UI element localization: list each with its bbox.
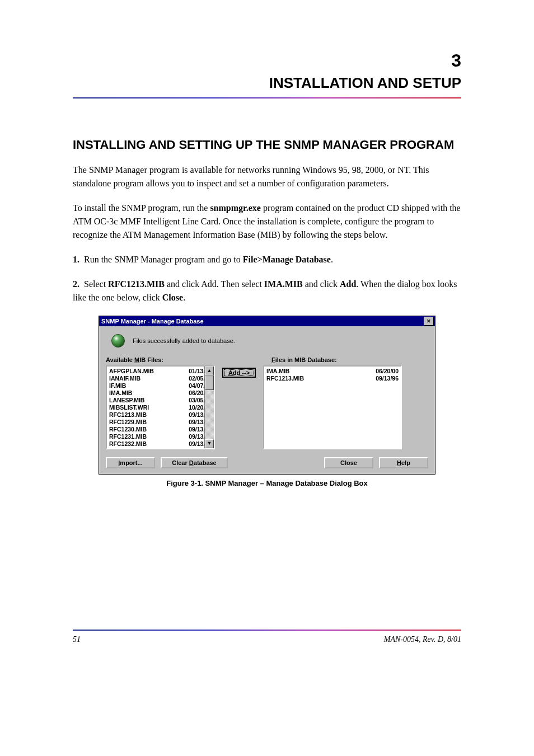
list-item[interactable]: RFC1213.MIB09/13/96 [265, 375, 400, 382]
text: . [183, 293, 185, 302]
menu-path: File>Manage Database [243, 255, 331, 264]
status-message: Files successfully added to database. [133, 337, 235, 344]
figure-caption: Figure 3-1. SNMP Manager – Manage Databa… [73, 479, 461, 487]
available-mib-label: Available MIB Files: [106, 356, 223, 363]
list-item-date: 06/20/00 [376, 368, 399, 375]
list-item-name: RFC1231.MIB [109, 433, 147, 440]
help-button[interactable]: Help [379, 457, 428, 468]
scroll-down-icon[interactable]: ▼ [205, 439, 214, 448]
dialog-title: SNMP Manager - Manage Database [101, 318, 204, 325]
list-item-name: RFC1213.MIB [266, 375, 304, 382]
available-mib-listbox[interactable]: AFPGPLAN.MIB01/13/99IANAIF.MIB02/05/97IF… [106, 365, 215, 449]
scroll-thumb[interactable] [205, 375, 214, 390]
step-2: 2. Select RFC1213.MIB and click Add. The… [73, 278, 461, 304]
import-button[interactable]: Import... [106, 457, 155, 468]
list-item-name: IMA.MIB [266, 368, 289, 375]
footer: 51 MAN-0054, Rev. D, 8/01 [73, 635, 461, 644]
figure: SNMP Manager - Manage Database ✕ Files s… [73, 316, 461, 487]
text: Select [84, 279, 108, 289]
list-item[interactable]: RFC1213.MIB09/13/96 [108, 411, 213, 419]
btn-name-add: Add [340, 279, 356, 289]
close-icon[interactable]: ✕ [424, 317, 434, 326]
list-item-date: 09/13/96 [376, 375, 399, 382]
status-row: Files successfully added to database. [106, 333, 428, 356]
file-ima: IMA.MIB [264, 279, 303, 289]
file-rfc1213: RFC1213.MIB [108, 279, 165, 289]
list-item[interactable]: RFC1230.MIB09/13/96 [108, 426, 213, 433]
btn-name-close: Close [162, 293, 183, 302]
close-button[interactable]: Close [324, 457, 373, 468]
list-item-name: AFPGPLAN.MIB [109, 368, 154, 375]
chapter-title: INSTALLATION AND SETUP [73, 74, 461, 92]
list-item[interactable]: RFC1229.MIB09/13/96 [108, 419, 213, 426]
text: . [331, 255, 333, 264]
list-item[interactable]: IANAIF.MIB02/05/97 [108, 375, 213, 382]
dialog-titlebar[interactable]: SNMP Manager - Manage Database ✕ [99, 316, 435, 326]
text: and click Add. Then select [165, 279, 264, 289]
list-item-name: MIBSLIST.WRI [109, 404, 149, 411]
clear-database-button[interactable]: Clear Database [161, 457, 228, 468]
files-in-db-listbox[interactable]: IMA.MIB06/20/00RFC1213.MIB09/13/96 [263, 365, 402, 449]
chapter-number: 3 [73, 50, 461, 71]
list-item[interactable]: RFC1231.MIB09/13/96 [108, 433, 213, 440]
footer-rule [73, 630, 461, 631]
list-item-name: RFC1232.MIB [109, 440, 147, 448]
filename-snmpmgr: snmpmgr.exe [208, 203, 263, 213]
scroll-up-icon[interactable]: ▲ [205, 367, 214, 375]
scrollbar[interactable]: ▲ ▼ [204, 367, 214, 448]
status-sphere-icon [111, 334, 125, 348]
list-item[interactable]: IF.MIB04/07/97 [108, 382, 213, 389]
list-item-name: LANESP.MIB [109, 397, 144, 404]
install-paragraph: To install the SNMP program, run the snm… [73, 201, 461, 242]
step-1: 1. Run the SNMP Manager program and go t… [73, 253, 461, 266]
dialog-body: Files successfully added to database. Av… [99, 326, 435, 474]
list-item[interactable]: MIBSLIST.WRI10/20/97 [108, 404, 213, 411]
list-item-name: RFC1213.MIB [109, 411, 147, 419]
list-item-name: IF.MIB [109, 382, 126, 389]
add-button[interactable]: Add --> [222, 368, 256, 378]
dialog-snmp-manage-database: SNMP Manager - Manage Database ✕ Files s… [99, 316, 435, 475]
list-item[interactable]: AFPGPLAN.MIB01/13/99 [108, 368, 213, 375]
page-number: 51 [73, 635, 81, 644]
scroll-track[interactable] [205, 375, 214, 439]
text: To install the SNMP program, run the [73, 203, 208, 213]
intro-paragraph: The SNMP Manager program is available fo… [73, 163, 461, 190]
files-in-db-label: Files in MIB Database: [271, 356, 337, 363]
list-item-name: IMA.MIB [109, 389, 132, 397]
list-item[interactable]: IMA.MIB06/20/00 [265, 368, 400, 375]
list-item[interactable]: IMA.MIB06/20/00 [108, 389, 213, 397]
list-item-name: RFC1229.MIB [109, 419, 147, 426]
section-title: INSTALLING AND SETTING UP THE SNMP MANAG… [73, 138, 461, 152]
list-item[interactable]: LANESP.MIB03/05/99 [108, 397, 213, 404]
header-rule [73, 97, 461, 98]
text: and click [303, 279, 340, 289]
list-item-name: IANAIF.MIB [109, 375, 140, 382]
list-item[interactable]: RFC1232.MIB09/13/96 [108, 440, 213, 448]
list-item-name: RFC1230.MIB [109, 426, 147, 433]
doc-revision: MAN-0054, Rev. D, 8/01 [384, 635, 461, 644]
text: Run the SNMP Manager program and go to [84, 255, 243, 264]
